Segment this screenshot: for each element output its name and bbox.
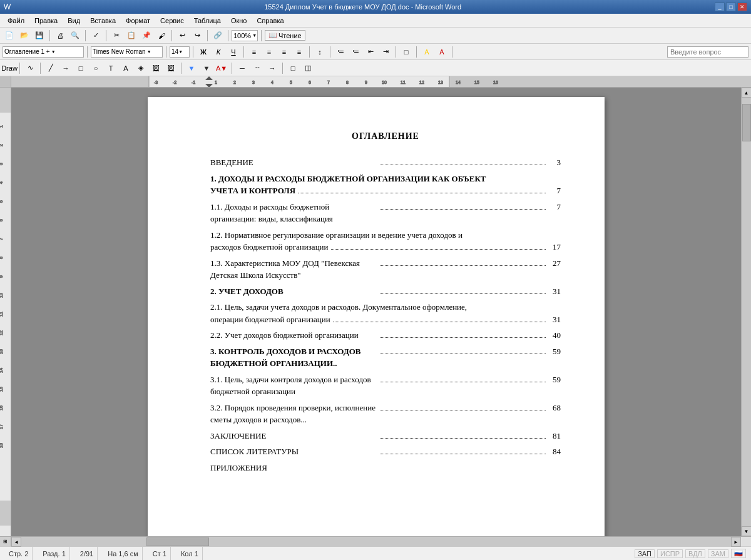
line-style-button[interactable]: ─	[235, 62, 249, 74]
arrow-style-button[interactable]: →	[265, 62, 279, 74]
toc-entry-2-1: 2.1. Цель, задачи учета доходов и расход…	[210, 301, 561, 325]
zoom-dropdown-icon[interactable]: ▼	[252, 33, 257, 38]
draw-button[interactable]: Draw	[3, 62, 16, 74]
highlight-button[interactable]: A	[420, 46, 434, 58]
maximize-button[interactable]: □	[726, 3, 736, 11]
spell-check-button[interactable]: ✓	[89, 29, 103, 42]
scroll-up-button[interactable]: ▲	[742, 88, 752, 98]
tab-button[interactable]: ⊞	[0, 537, 11, 546]
decrease-indent-button[interactable]: ⇤	[364, 46, 377, 58]
copy-button[interactable]: 📋	[125, 29, 138, 42]
toolbar-separator-6	[228, 30, 228, 41]
redo-button[interactable]: ↪	[190, 29, 204, 42]
numbering-button[interactable]: ≔	[349, 46, 362, 58]
scroll-right-button[interactable]: ►	[731, 537, 741, 547]
toc-line1: 1. ДОХОДЫ И РАСХОДЫ БЮДЖЕТНОЙ ОРГАНИЗАЦИ…	[210, 173, 561, 185]
align-justify-button[interactable]: ≡	[292, 46, 306, 58]
title-bar: W 15524 Диплом Учет в бюджете МОУ ДОД.do…	[0, 0, 751, 14]
paste-button[interactable]: 📌	[140, 29, 153, 42]
undo-button[interactable]: ↩	[175, 29, 189, 42]
menu-help[interactable]: Справка	[252, 16, 289, 26]
autoshapes-button[interactable]: ∿	[23, 62, 37, 74]
scroll-track[interactable]	[742, 98, 752, 526]
svg-text:18: 18	[0, 443, 3, 448]
menu-insert[interactable]: Вставка	[85, 16, 121, 26]
print-button[interactable]: 🖨	[53, 29, 67, 42]
size-dropdown-icon[interactable]: ▼	[178, 49, 183, 54]
toc-title: ОГЛАВЛЕНИЕ	[210, 131, 561, 141]
close-button[interactable]: ✕	[737, 3, 747, 11]
menu-file[interactable]: Файл	[3, 16, 29, 26]
record-macro-icon: ЗАП	[635, 549, 655, 558]
toc-text: 2.1. Цель, задачи учета доходов и расход…	[210, 301, 467, 313]
window-controls[interactable]: _ □ ✕	[715, 3, 747, 11]
line-spacing-button[interactable]: ↕	[313, 46, 327, 58]
font-color2-button[interactable]: A▼	[215, 62, 228, 74]
increase-indent-button[interactable]: ⇥	[379, 46, 392, 58]
image-button[interactable]: 🖼	[164, 62, 178, 74]
scroll-left-button[interactable]: ◄	[11, 537, 21, 547]
menu-table[interactable]: Таблица	[189, 16, 226, 26]
print-preview-button[interactable]: 🔍	[68, 29, 82, 42]
font-color-button[interactable]: A	[435, 46, 449, 58]
line-color-button[interactable]: ▼	[200, 62, 213, 74]
menu-view[interactable]: Вид	[63, 16, 85, 26]
bold-button[interactable]: Ж	[197, 46, 210, 58]
bullets-button[interactable]: ≔	[334, 46, 347, 58]
fill-color-button[interactable]: ▼	[185, 62, 198, 74]
vertical-ruler: 1 2 3 4 5 6 7 8 9 10 11 12 13 14 15 16 1	[0, 88, 11, 536]
new-button[interactable]: 📄	[3, 29, 16, 42]
hyperlink-button[interactable]: 🔗	[211, 29, 225, 42]
clipart-button[interactable]: 🖼	[149, 62, 163, 74]
3d-button[interactable]: ◫	[301, 62, 315, 74]
document-area: ОГЛАВЛЕНИЕ ВВЕДЕНИЕ 3 1. ДОХОДЫ И РАСХОД…	[11, 88, 741, 536]
reading-label: Чтение	[278, 32, 302, 39]
svg-text:14: 14	[456, 80, 461, 84]
vertical-scrollbar[interactable]: ▲ ▼	[741, 88, 751, 536]
svg-text:6: 6	[0, 219, 3, 221]
reading-icon: 📖	[268, 31, 277, 39]
help-search-input[interactable]	[667, 46, 748, 58]
h-scroll-thumb[interactable]	[146, 537, 209, 546]
arrow-button[interactable]: →	[59, 62, 73, 74]
format-painter-button[interactable]: 🖌	[155, 29, 168, 42]
menu-edit[interactable]: Правка	[29, 16, 63, 26]
fmt-sep-6	[330, 46, 330, 58]
line-button[interactable]: ╱	[44, 62, 58, 74]
scroll-down-button[interactable]: ▼	[742, 526, 752, 536]
toc-text: 3.1. Цель, задачи контроля доходов и рас…	[210, 374, 376, 398]
toc-page: 68	[548, 402, 561, 414]
oval-button[interactable]: ○	[89, 62, 103, 74]
menu-tools[interactable]: Сервис	[155, 16, 189, 26]
align-right-button[interactable]: ≡	[277, 46, 291, 58]
italic-button[interactable]: К	[212, 46, 225, 58]
save-button[interactable]: 💾	[33, 29, 46, 42]
style-dropdown-icon[interactable]: ▼	[51, 49, 56, 54]
rect-button[interactable]: □	[74, 62, 88, 74]
minimize-button[interactable]: _	[715, 3, 725, 11]
svg-text:7: 7	[0, 238, 3, 240]
dash-style-button[interactable]: ╌	[250, 62, 264, 74]
cut-button[interactable]: ✂	[110, 29, 123, 42]
align-center-button[interactable]: ≡	[262, 46, 276, 58]
h-scroll-track[interactable]	[21, 537, 731, 547]
svg-text:16: 16	[0, 405, 3, 410]
underline-button[interactable]: Ч	[227, 46, 240, 58]
align-left-button[interactable]: ≡	[247, 46, 261, 58]
svg-text:7: 7	[327, 80, 330, 84]
shadow-button[interactable]: □	[286, 62, 300, 74]
open-button[interactable]: 📂	[18, 29, 31, 42]
toc-dots	[381, 410, 546, 410]
outside-border-button[interactable]: □	[399, 46, 413, 58]
menu-window[interactable]: Окно	[226, 16, 252, 26]
zoom-box[interactable]: 100% ▼	[232, 30, 258, 41]
wordart-button[interactable]: A	[119, 62, 133, 74]
menu-format[interactable]: Формат	[121, 16, 155, 26]
svg-text:5: 5	[290, 80, 292, 84]
textbox-button[interactable]: T	[104, 62, 118, 74]
font-dropdown-icon[interactable]: ▼	[147, 49, 151, 54]
reading-mode-button[interactable]: 📖 Чтение	[265, 30, 305, 41]
scroll-thumb[interactable]	[742, 104, 751, 141]
toc-line1: 2.1. Цель, задачи учета доходов и расход…	[210, 301, 561, 313]
diagram-button[interactable]: ◈	[134, 62, 148, 74]
